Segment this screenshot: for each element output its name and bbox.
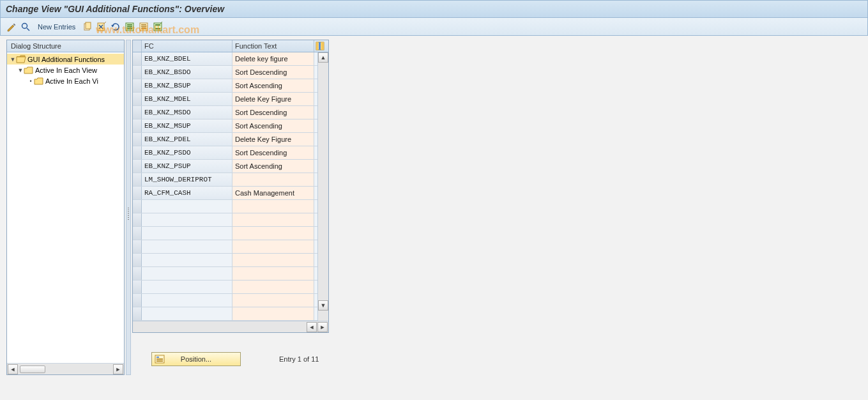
select-all-icon[interactable] <box>124 21 135 33</box>
cell-function-text[interactable]: Delete key figure <box>232 52 314 65</box>
table-row[interactable]: RA_CFM_CASHCash Management <box>133 187 317 200</box>
row-selector[interactable] <box>133 281 142 293</box>
cell-function-text[interactable] <box>232 307 314 320</box>
cell-fc[interactable]: EB_KNZ_PSUP <box>142 160 232 173</box>
row-selector[interactable] <box>133 52 142 65</box>
cell-fc[interactable] <box>142 294 232 307</box>
row-selector[interactable] <box>133 146 142 159</box>
table-row[interactable]: EB_KNZ_BSUPSort Ascending <box>133 79 317 93</box>
table-row[interactable] <box>133 307 317 321</box>
cell-fc[interactable] <box>142 227 232 240</box>
copy-icon[interactable] <box>82 21 93 33</box>
find-icon[interactable] <box>20 21 31 33</box>
cell-function-text[interactable] <box>232 173 314 186</box>
cell-fc[interactable]: EB_KNZ_MDEL <box>142 93 232 105</box>
cell-fc[interactable]: EB_KNZ_MSUP <box>142 119 232 132</box>
horizontal-scrollbar[interactable] <box>133 323 307 331</box>
scroll-right-icon[interactable]: ► <box>317 322 328 332</box>
toggle-display-icon[interactable] <box>6 21 17 33</box>
tree-horizontal-scrollbar[interactable]: ◄ ► <box>7 363 124 374</box>
row-selector[interactable] <box>133 307 142 320</box>
expand-arrow-icon[interactable]: ▼ <box>10 56 16 63</box>
table-row[interactable]: EB_KNZ_BSDOSort Descending <box>133 66 317 79</box>
cell-function-text[interactable]: Delete Key Figure <box>232 133 314 146</box>
row-selector[interactable] <box>133 160 142 173</box>
cell-fc[interactable]: LM_SHOW_DERIPROT <box>142 173 232 186</box>
table-row[interactable] <box>133 227 317 240</box>
table-row[interactable] <box>133 281 317 294</box>
row-selector[interactable] <box>133 213 142 226</box>
table-row[interactable]: EB_KNZ_BDELDelete key figure <box>133 52 317 66</box>
delete-icon[interactable] <box>96 21 107 33</box>
cell-function-text[interactable]: Sort Descending <box>232 146 314 159</box>
cell-function-text[interactable] <box>232 240 314 253</box>
new-entries-button[interactable]: New Entries <box>34 23 79 31</box>
tree-item-active-in-each-view[interactable]: ▼ Active In Each View <box>7 65 124 75</box>
table-row[interactable]: EB_KNZ_PSUPSort Ascending <box>133 160 317 173</box>
row-selector[interactable] <box>133 106 142 119</box>
scroll-up-icon[interactable]: ▲ <box>318 52 328 63</box>
cell-function-text[interactable]: Sort Ascending <box>232 119 314 132</box>
cell-fc[interactable] <box>142 281 232 293</box>
table-row[interactable] <box>133 267 317 281</box>
table-row[interactable]: EB_KNZ_MDELDelete Key Figure <box>133 93 317 106</box>
scroll-left-icon[interactable]: ◄ <box>307 322 317 332</box>
scroll-left-icon[interactable]: ◄ <box>8 364 18 374</box>
table-row[interactable]: EB_KNZ_PSDOSort Descending <box>133 146 317 160</box>
cell-fc[interactable] <box>142 307 232 320</box>
cell-fc[interactable]: EB_KNZ_MSDO <box>142 106 232 119</box>
row-selector[interactable] <box>133 187 142 199</box>
cell-fc[interactable] <box>142 254 232 266</box>
row-selector[interactable] <box>133 133 142 146</box>
cell-fc[interactable]: EB_KNZ_BSDO <box>142 66 232 79</box>
deselect-all-icon[interactable] <box>152 21 164 33</box>
cell-fc[interactable] <box>142 267 232 280</box>
tree-scroll-thumb[interactable] <box>20 365 45 373</box>
cell-function-text[interactable] <box>232 213 314 226</box>
cell-fc[interactable]: EB_KNZ_PSDO <box>142 146 232 159</box>
row-selector[interactable] <box>133 119 142 132</box>
table-row[interactable] <box>133 213 317 227</box>
table-row[interactable]: LM_SHOW_DERIPROT <box>133 173 317 187</box>
table-row[interactable]: EB_KNZ_MSUPSort Ascending <box>133 119 317 133</box>
cell-function-text[interactable] <box>232 254 314 266</box>
row-selector[interactable] <box>133 294 142 307</box>
table-row[interactable] <box>133 200 317 213</box>
scroll-down-icon[interactable]: ▼ <box>318 300 328 311</box>
column-header-fc[interactable]: FC <box>142 40 232 52</box>
cell-function-text[interactable]: Cash Management <box>232 187 314 199</box>
undo-icon[interactable] <box>110 21 121 33</box>
table-row[interactable] <box>133 254 317 267</box>
cell-function-text[interactable] <box>232 267 314 280</box>
tree-item-gui-additional-functions[interactable]: ▼ GUI Additional Functions <box>7 54 124 65</box>
table-row[interactable] <box>133 240 317 254</box>
row-selector[interactable] <box>133 240 142 253</box>
table-row[interactable] <box>133 294 317 307</box>
row-selector[interactable] <box>133 66 142 79</box>
table-row[interactable]: EB_KNZ_PDELDelete Key Figure <box>133 133 317 146</box>
row-selector[interactable] <box>133 254 142 266</box>
row-selector[interactable] <box>133 267 142 280</box>
cell-fc[interactable]: EB_KNZ_BDEL <box>142 52 232 65</box>
cell-function-text[interactable]: Sort Descending <box>232 66 314 79</box>
select-block-icon[interactable] <box>138 21 149 33</box>
row-selector[interactable] <box>133 79 142 92</box>
scroll-right-icon[interactable]: ► <box>113 364 123 374</box>
cell-function-text[interactable]: Delete Key Figure <box>232 93 314 105</box>
cell-function-text[interactable]: Sort Ascending <box>232 160 314 173</box>
vertical-scrollbar[interactable]: ▲ ▼ <box>317 52 328 321</box>
cell-function-text[interactable] <box>232 227 314 240</box>
table-row[interactable]: EB_KNZ_MSDOSort Descending <box>133 106 317 119</box>
cell-function-text[interactable] <box>232 294 314 307</box>
cell-function-text[interactable] <box>232 200 314 213</box>
row-selector[interactable] <box>133 173 142 186</box>
cell-fc[interactable] <box>142 240 232 253</box>
column-row-selector[interactable] <box>133 40 142 52</box>
row-selector[interactable] <box>133 227 142 240</box>
column-header-function-text[interactable]: Function Text <box>232 40 314 52</box>
row-selector[interactable] <box>133 93 142 105</box>
cell-function-text[interactable]: Sort Ascending <box>232 79 314 92</box>
splitter[interactable] <box>126 40 131 375</box>
cell-function-text[interactable]: Sort Descending <box>232 106 314 119</box>
cell-fc[interactable] <box>142 213 232 226</box>
